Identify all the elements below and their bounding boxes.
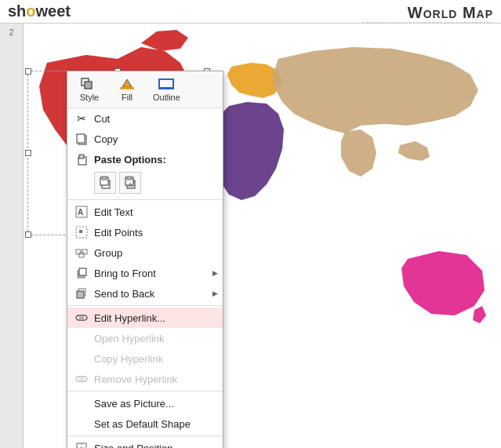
separator-1 (67, 199, 223, 200)
save-as-picture-icon (74, 396, 89, 410)
svg-rect-21 (82, 249, 87, 254)
size-position-icon (74, 441, 89, 448)
group-icon (74, 246, 89, 260)
canvas-area: 2 (0, 24, 501, 448)
menu-item-copy[interactable]: Copy (67, 129, 223, 149)
svg-rect-14 (127, 177, 132, 180)
copy-hyperlink-label: Copy Hyperlink (94, 353, 163, 365)
separator-3 (67, 391, 223, 392)
paste-icon (74, 152, 89, 166)
copy-label: Copy (94, 133, 118, 145)
fill-icon (118, 77, 136, 91)
paste-options-label: Paste Options: (94, 154, 166, 166)
group-label: Group (94, 247, 122, 259)
open-hyperlink-icon (74, 331, 89, 345)
svg-rect-11 (102, 177, 107, 180)
menu-item-paste-options[interactable]: Paste Options: (67, 149, 223, 169)
copy-hyperlink-icon (74, 351, 89, 366)
fill-tool-button[interactable]: Fill (111, 75, 143, 104)
menu-item-edit-text[interactable]: A Edit Text (67, 202, 223, 222)
style-label: Style (80, 93, 99, 102)
copy-icon (74, 132, 89, 146)
svg-text:A: A (78, 208, 83, 217)
svg-rect-4 (159, 87, 173, 89)
menu-item-edit-points[interactable]: Edit Points (67, 222, 223, 242)
separator-2 (67, 305, 223, 306)
svg-rect-1 (85, 82, 92, 89)
paste-options-icons: A (67, 169, 223, 198)
cut-label: Cut (94, 113, 110, 125)
outline-icon (158, 77, 175, 91)
svg-rect-20 (76, 249, 81, 254)
paste-icon-btn-2[interactable]: A (119, 172, 141, 194)
edit-points-label: Edit Points (94, 227, 143, 239)
edit-text-label: Edit Text (94, 206, 133, 218)
save-as-picture-label: Save as Picture... (94, 398, 174, 410)
edit-hyperlink-icon (74, 311, 89, 325)
separator-4 (67, 435, 223, 436)
style-icon (81, 77, 98, 91)
bring-to-front-label: Bring to Front (94, 268, 156, 279)
menu-item-bring-to-front[interactable]: Bring to Front (67, 263, 223, 283)
slide-number: 2 (9, 27, 13, 37)
set-default-icon (74, 417, 89, 431)
slide-title: World Map (362, 4, 493, 22)
send-to-back-label: Send to Back (94, 288, 154, 300)
menu-item-send-to-back[interactable]: Send to Back (67, 283, 223, 304)
edit-points-icon (74, 225, 89, 239)
menu-item-save-as-picture[interactable]: Save as Picture... (67, 393, 223, 413)
svg-rect-24 (79, 268, 86, 275)
svg-rect-6 (77, 134, 85, 143)
menu-item-edit-hyperlink[interactable]: Edit Hyperlink... (67, 308, 223, 328)
svg-text:A: A (129, 182, 133, 188)
menu-item-group[interactable]: Group (67, 242, 223, 263)
outline-label: Outline (153, 93, 180, 102)
outline-tool-button[interactable]: Outline (149, 75, 184, 104)
context-menu-toolbar: Style Fill Outline (67, 71, 223, 108)
send-to-back-icon (74, 286, 89, 300)
top-bar: showeet World Map Click to add subtitle (0, 0, 501, 24)
svg-rect-26 (77, 291, 84, 298)
svg-rect-19 (79, 230, 82, 233)
cut-icon: ✂ (74, 111, 89, 126)
slide-panel: 2 (0, 24, 24, 448)
remove-hyperlink-icon (74, 372, 89, 386)
svg-rect-22 (79, 253, 84, 257)
size-position-label: Size and Position... (94, 443, 181, 449)
edit-hyperlink-label: Edit Hyperlink... (94, 312, 165, 324)
paste-icon-btn-1[interactable] (94, 172, 116, 194)
open-hyperlink-label: Open Hyperlink (94, 333, 165, 344)
style-tool-button[interactable]: Style (74, 75, 105, 104)
menu-item-size-position[interactable]: Size and Position... (67, 438, 223, 448)
bring-to-front-icon (74, 266, 89, 280)
menu-item-copy-hyperlink: Copy Hyperlink (67, 348, 223, 369)
remove-hyperlink-label: Remove Hyperlink (94, 373, 177, 385)
fill-label: Fill (122, 93, 133, 102)
menu-item-open-hyperlink: Open Hyperlink (67, 328, 223, 348)
logo: showeet (8, 2, 71, 20)
menu-item-set-default[interactable]: Set as Default Shape (67, 413, 223, 434)
edit-text-icon: A (74, 205, 89, 219)
menu-item-cut[interactable]: ✂ Cut (67, 108, 223, 129)
menu-item-remove-hyperlink: Remove Hyperlink (67, 369, 223, 389)
svg-rect-8 (79, 155, 84, 158)
set-default-label: Set as Default Shape (94, 418, 191, 430)
svg-rect-2 (120, 87, 134, 89)
context-menu: Style Fill Outline (67, 71, 223, 448)
